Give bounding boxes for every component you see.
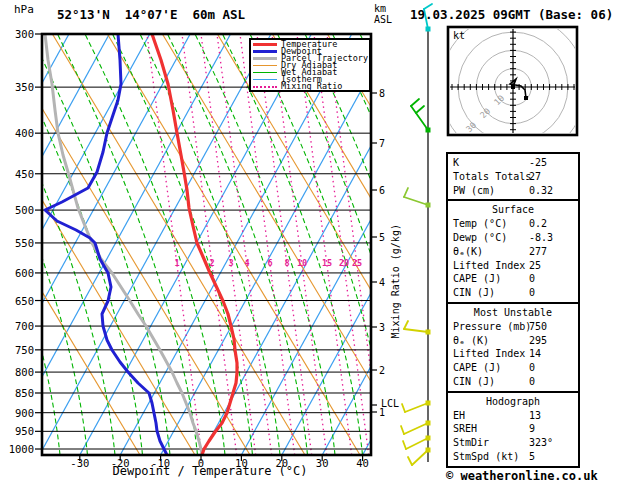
panel-section-indices: K-25Totals Totals27PW (cm)0.32 — [448, 154, 578, 199]
panel-row: K-25 — [453, 156, 578, 170]
indices-panel: K-25Totals Totals27PW (cm)0.32SurfaceTem… — [446, 152, 580, 468]
panel-section-surface: SurfaceTemp (°C)0.2Dewp (°C)-8.3θₑ(K)277… — [448, 199, 578, 302]
panel-row-value: 25 — [529, 259, 541, 273]
panel-row: θₑ (K)295 — [453, 334, 578, 348]
panel-row: Lifted Index25 — [453, 259, 578, 273]
legend-swatch — [253, 86, 277, 88]
pressure-label: 600 — [0, 267, 34, 279]
chart-legend: TemperatureDewpointParcel TrajectoryDry … — [249, 38, 371, 92]
mixing-ratio-label: 3 — [224, 259, 238, 268]
mixing-ratio-line — [327, 34, 382, 455]
panel-row: CIN (J)0 — [453, 375, 578, 389]
panel-row-value: 9 — [529, 422, 535, 436]
legend-swatch — [253, 72, 277, 73]
dry-adiabat-line — [217, 34, 470, 455]
pressure-label: 1000 — [0, 443, 34, 455]
panel-section-header: Surface — [453, 203, 578, 217]
panel-row-value: 13 — [529, 409, 541, 423]
legend-swatch — [253, 57, 277, 60]
mixing-ratio-label: 6 — [263, 259, 277, 268]
pressure-label: 400 — [0, 127, 34, 139]
panel-row-value: 0 — [529, 272, 535, 286]
copyright-footer: © weatheronline.co.uk — [446, 470, 598, 483]
panel-row-value: 0.32 — [529, 184, 553, 198]
panel-row: CAPE (J)0 — [453, 272, 578, 286]
panel-row-value: 295 — [529, 334, 547, 348]
legend-swatch — [253, 79, 277, 80]
panel-row-value: 0 — [529, 361, 535, 375]
panel-row-label: CIN (J) — [453, 376, 495, 387]
panel-row-value: -25 — [529, 156, 547, 170]
panel-section-hodograph: HodographEH13SREH9StmDir323°StmSpd (kt)5 — [448, 391, 578, 466]
panel-row-label: CIN (J) — [453, 287, 495, 298]
mixing-ratio-label: 25 — [350, 259, 364, 268]
pressure-label: 650 — [0, 295, 34, 307]
mixing-ratio-line — [272, 34, 327, 455]
panel-row: Dewp (°C)-8.3 — [453, 231, 578, 245]
legend-item-mixing-ratio: Mixing Ratio — [253, 83, 369, 90]
pressure-label: 550 — [0, 237, 34, 249]
run-datetime: 19.03.2025 09GMT (Base: 06) — [410, 8, 613, 21]
altitude-label: 2 — [379, 365, 395, 376]
pressure-label: 700 — [0, 320, 34, 332]
panel-row-label: CAPE (J) — [453, 362, 501, 373]
panel-row-label: Lifted Index — [453, 348, 525, 359]
panel-row-label: Temp (°C) — [453, 218, 507, 229]
wind-barb — [416, 106, 424, 113]
altitude-label: 6 — [379, 185, 395, 196]
km-unit-label: km — [374, 3, 386, 14]
panel-row: Pressure (mb)750 — [453, 320, 578, 334]
wind-barb — [404, 188, 408, 197]
panel-row: StmSpd (kt)5 — [453, 450, 578, 464]
panel-row-label: θₑ (K) — [453, 335, 489, 346]
panel-row: θₑ(K)277 — [453, 245, 578, 259]
panel-row: Temp (°C)0.2 — [453, 217, 578, 231]
panel-row-label: SREH — [453, 423, 477, 434]
panel-row-label: Totals Totals — [453, 171, 531, 182]
mixing-ratio-label: 4 — [240, 259, 254, 268]
mixing-ratio-label: 8 — [280, 259, 294, 268]
legend-swatch — [253, 65, 277, 66]
pressure-label: 450 — [0, 168, 34, 180]
panel-row-value: 0.2 — [529, 217, 547, 231]
hodograph-trace-dot — [511, 85, 515, 89]
wind-barb — [404, 321, 408, 329]
pressure-label: 500 — [0, 204, 34, 216]
panel-row-value: 750 — [529, 320, 547, 334]
panel-row: Totals Totals27 — [453, 170, 578, 184]
pressure-label: 850 — [0, 387, 34, 399]
panel-row-value: 323° — [529, 436, 553, 450]
hodograph-unit-label: kt — [453, 31, 465, 42]
mixing-ratio-axis-title: Mixing Ratio (g/kg) — [391, 221, 402, 341]
panel-section-header: Hodograph — [453, 395, 578, 409]
panel-row-label: StmDir — [453, 437, 489, 448]
panel-row: SREH9 — [453, 422, 578, 436]
wind-barb-dot — [426, 27, 431, 32]
altitude-label: 8 — [379, 88, 395, 99]
panel-row-label: CAPE (J) — [453, 273, 501, 284]
panel-row-value: 14 — [529, 347, 541, 361]
mixing-ratio-line — [217, 34, 272, 455]
legend-label: Mixing Ratio — [281, 83, 342, 90]
dry-adiabat-line — [52, 34, 305, 455]
x-axis-title: Dewpoint / Temperature (°C) — [0, 465, 420, 478]
panel-row-value: 5 — [529, 450, 535, 464]
wind-barb-dot — [426, 448, 431, 453]
pressure-label: 300 — [0, 28, 34, 40]
pressure-label: 800 — [0, 366, 34, 378]
mixing-ratio-label: 20 — [337, 259, 351, 268]
wind-barb-dot — [426, 203, 431, 208]
panel-section-most-unstable: Most UnstablePressure (mb)750θₑ (K)295Li… — [448, 302, 578, 391]
legend-swatch — [253, 50, 277, 53]
panel-row: PW (cm)0.32 — [453, 184, 578, 198]
mixing-ratio-line — [201, 34, 256, 455]
panel-row-label: Dewp (°C) — [453, 232, 507, 243]
station-title: 52°13'N 14°07'E 60m ASL — [57, 8, 245, 21]
wind-barb — [402, 404, 405, 412]
panel-row-value: 0 — [529, 286, 535, 300]
wind-barb-dot — [426, 421, 431, 426]
pressure-label: 350 — [0, 81, 34, 93]
skewt-sounding-page: hPa 52°13'N 14°07'E 60m ASL 19.03.2025 0… — [0, 0, 629, 486]
panel-row: Lifted Index14 — [453, 347, 578, 361]
panel-row-value: 0 — [529, 375, 535, 389]
